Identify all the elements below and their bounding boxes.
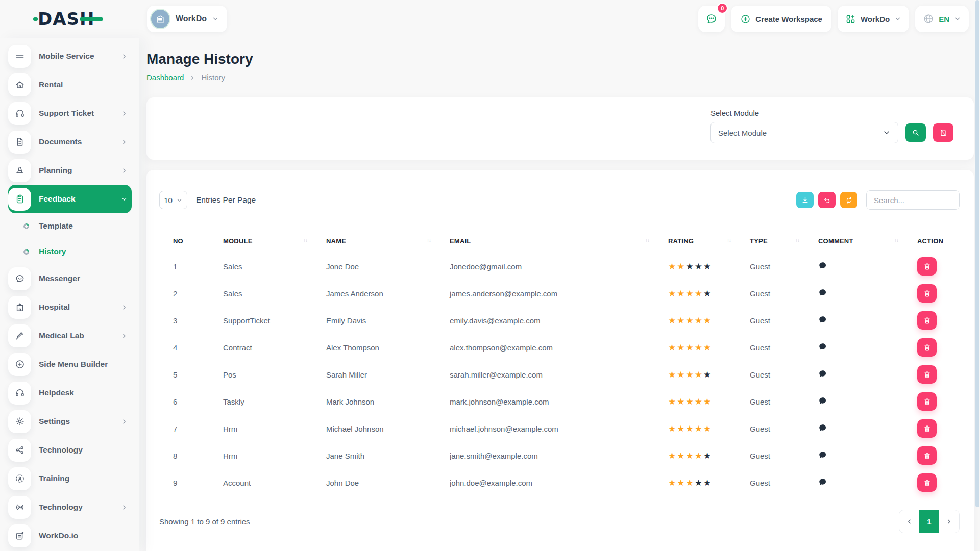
account-menu-button[interactable]: WorkDo: [838, 6, 909, 32]
comment-bubble-icon[interactable]: [818, 396, 827, 406]
create-workspace-label: Create Workspace: [755, 15, 822, 23]
table-body: 1SalesJone DoeJonedoe@gmail.com★★★★★Gues…: [159, 253, 960, 496]
row-email: Jonedoe@gmail.com: [441, 253, 659, 280]
row-rating: ★★★★★: [659, 361, 741, 388]
column-header-action: ACTION: [909, 232, 960, 253]
comment-bubble-icon[interactable]: [818, 423, 827, 433]
cone-icon: [15, 165, 25, 176]
column-header-type[interactable]: TYPE↑↓: [741, 232, 810, 253]
row-action: [909, 469, 960, 496]
pagination-next-button[interactable]: [939, 510, 959, 533]
sidebar-item-medical-lab[interactable]: Medical Lab: [8, 321, 132, 350]
table-header-row: NO MODULE↑↓ NAME↑↓ EMAIL↑↓ RATING↑↓ TYPE…: [159, 232, 960, 253]
pagination-prev-button[interactable]: [899, 510, 919, 533]
scrollbar-thumb[interactable]: [975, 0, 979, 507]
row-module: SupportTicket: [214, 307, 317, 334]
sidebar-item-rental[interactable]: Rental: [8, 70, 132, 99]
table-row: 7HrmMichael Johnsonmichael.johnson@examp…: [159, 415, 960, 442]
sidebar-item-technology-2[interactable]: Technology: [8, 493, 132, 521]
export-button[interactable]: [796, 192, 814, 208]
sidebar-item-training[interactable]: Training: [8, 464, 132, 493]
sidebar-item-support-ticket[interactable]: Support Ticket: [8, 99, 132, 128]
row-no: 3: [159, 307, 214, 334]
page-scrollbar[interactable]: [975, 0, 980, 551]
row-comment: [810, 442, 909, 469]
column-header-name[interactable]: NAME↑↓: [317, 232, 441, 253]
column-header-module[interactable]: MODULE↑↓: [214, 232, 317, 253]
row-module: Sales: [214, 253, 317, 280]
globe-icon: [923, 13, 934, 24]
pagination-page-1[interactable]: 1: [919, 510, 939, 533]
row-comment: [810, 361, 909, 388]
chevron-right-icon: [121, 333, 128, 339]
headset-icon: [15, 388, 25, 398]
breadcrumb-dashboard-link[interactable]: Dashboard: [146, 73, 184, 82]
row-module: Account: [214, 469, 317, 496]
language-selector[interactable]: EN: [915, 6, 969, 32]
delete-button[interactable]: [917, 284, 937, 303]
donut-icon: [22, 247, 30, 255]
filter-clear-button[interactable]: [933, 123, 953, 142]
comment-bubble-icon[interactable]: [818, 478, 827, 487]
sidebar-item-workdo-io[interactable]: WorkDo.io: [8, 521, 132, 550]
delete-button[interactable]: [917, 392, 937, 411]
messages-button[interactable]: 0: [698, 6, 725, 32]
comment-bubble-icon[interactable]: [818, 369, 827, 379]
delete-button[interactable]: [917, 446, 937, 465]
delete-button[interactable]: [917, 365, 937, 384]
chevron-down-icon: [883, 129, 891, 137]
delete-button[interactable]: [917, 473, 937, 492]
comment-bubble-icon[interactable]: [818, 315, 827, 324]
workspace-switcher[interactable]: WorkDo: [147, 6, 227, 32]
table-search-input[interactable]: [866, 190, 960, 210]
row-name: Jone Doe: [317, 253, 441, 280]
row-comment: [810, 307, 909, 334]
reset-button[interactable]: [818, 192, 836, 208]
sidebar-item-hospital[interactable]: Hospital: [8, 293, 132, 321]
hospital-icon: [15, 302, 25, 312]
sidebar-subitem-history[interactable]: History: [8, 239, 132, 264]
grid-plus-icon: [845, 14, 856, 24]
filter-search-button[interactable]: [905, 123, 926, 142]
sidebar-item-planning[interactable]: Planning: [8, 156, 132, 185]
clear-filter-icon: [939, 129, 947, 137]
entries-per-page-select[interactable]: 10: [159, 191, 187, 209]
row-action: [909, 361, 960, 388]
sort-icon: ↑↓: [303, 238, 307, 243]
row-name: Jane Smith: [317, 442, 441, 469]
sidebar-item-documents[interactable]: Documents: [8, 128, 132, 156]
column-header-email[interactable]: EMAIL↑↓: [441, 232, 659, 253]
pagination: 1: [899, 510, 960, 533]
refresh-button[interactable]: [840, 192, 857, 208]
comment-bubble-icon[interactable]: [818, 450, 827, 460]
sidebar-item-side-menu-builder[interactable]: Side Menu Builder: [8, 350, 132, 379]
delete-button[interactable]: [917, 257, 937, 276]
create-workspace-button[interactable]: Create Workspace: [731, 6, 831, 32]
sidebar-item-settings[interactable]: Settings: [8, 407, 132, 436]
sidebar-item-helpdesk[interactable]: Helpdesk: [8, 379, 132, 407]
row-no: 9: [159, 469, 214, 496]
delete-button[interactable]: [917, 419, 937, 438]
donut-icon: [22, 222, 30, 230]
comment-bubble-icon[interactable]: [818, 261, 827, 270]
column-header-rating[interactable]: RATING↑↓: [659, 232, 741, 253]
comment-bubble-icon[interactable]: [818, 288, 827, 297]
column-header-no: NO: [159, 232, 214, 253]
delete-button[interactable]: [917, 311, 937, 330]
row-name: Mark Johnson: [317, 388, 441, 415]
sidebar-subitem-template[interactable]: Template: [8, 213, 132, 239]
row-comment: [810, 415, 909, 442]
row-email: alex.thompson@example.com: [441, 334, 659, 361]
module-select[interactable]: Select Module: [710, 122, 898, 143]
sort-icon: ↑↓: [894, 238, 898, 243]
table-footer: Showing 1 to 9 of 9 entries 1: [159, 510, 960, 533]
sidebar-item-feedback[interactable]: Feedback: [8, 185, 132, 213]
sidebar-item-technology[interactable]: Technology: [8, 436, 132, 464]
comment-bubble-icon[interactable]: [818, 342, 827, 352]
sidebar-item-messenger[interactable]: Messenger: [8, 264, 132, 293]
column-header-comment[interactable]: COMMENT↑↓: [810, 232, 909, 253]
menu-icon: [15, 51, 25, 61]
row-action: [909, 280, 960, 307]
delete-button[interactable]: [917, 338, 937, 357]
sidebar-item-mobile-service[interactable]: Mobile Service: [8, 42, 132, 70]
